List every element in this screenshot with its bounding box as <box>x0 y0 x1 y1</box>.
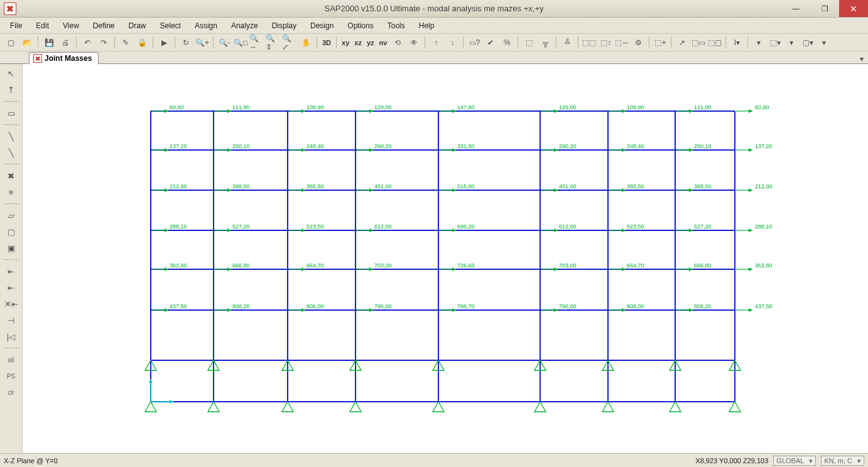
svg-text:451,00: 451,00 <box>559 183 577 190</box>
svg-text:703,00: 703,00 <box>559 262 577 269</box>
toolbar-button[interactable]: 🔍+ <box>195 36 210 50</box>
svg-marker-60 <box>749 109 752 113</box>
toolbar-button[interactable]: ╦ <box>538 36 553 50</box>
toolbar-button[interactable]: yz <box>365 36 376 50</box>
toolbar-button[interactable]: 🔍□ <box>233 36 248 50</box>
menu-analyze[interactable]: Analyze <box>225 19 264 32</box>
draw-tool-button[interactable]: ▢ <box>3 225 19 239</box>
status-plane: X-Z Plane @ Y=0 <box>4 457 58 464</box>
toolbar-button[interactable]: ▾ <box>751 36 766 50</box>
toolbar-button[interactable]: ╩ <box>560 36 575 50</box>
menu-file[interactable]: File <box>4 19 28 32</box>
toolbar-button[interactable]: ✋ <box>298 36 313 50</box>
draw-tool-button[interactable]: ╲ <box>3 146 19 159</box>
toolbar-button[interactable]: ✎ <box>118 36 133 50</box>
draw-tool-button[interactable]: ↖ <box>3 67 19 80</box>
draw-tool-button[interactable]: ⇤ <box>3 281 19 294</box>
draw-tool-button[interactable]: ▣ <box>3 241 19 255</box>
toolbar-button[interactable]: nv <box>377 36 389 50</box>
maximize-button[interactable]: ❐ <box>810 0 839 17</box>
toolbar-button[interactable]: 🔍⤢ <box>282 36 297 50</box>
toolbar-button[interactable]: ⬚▭ <box>691 36 706 50</box>
units-select[interactable]: KN, m, C <box>821 456 864 466</box>
svg-marker-45 <box>369 109 373 113</box>
draw-tool-button[interactable]: ⤒ <box>3 83 19 97</box>
toolbar-button[interactable]: 3D <box>320 36 333 50</box>
draw-tool-button[interactable]: ⊣ <box>3 313 19 327</box>
toolbar-button[interactable]: ✔ <box>483 36 498 50</box>
toolbar-button[interactable]: 📂 <box>19 36 35 50</box>
toolbar-button[interactable]: ⬚+ <box>653 36 668 50</box>
toolbar-separator <box>4 101 19 102</box>
toolbar-button[interactable]: ⬚ <box>521 36 536 50</box>
toolbar-button[interactable]: ⬚↕ <box>598 36 613 50</box>
toolbar-button[interactable]: 💾 <box>41 36 57 50</box>
svg-marker-200 <box>149 379 153 383</box>
coord-system-select[interactable]: GLOBAL <box>773 456 816 466</box>
model-viewport[interactable]: 60,90111,90109,90129,00147,80129,00109,9… <box>23 64 868 453</box>
toolbar-button[interactable]: ⟲ <box>390 36 405 50</box>
draw-tool-button[interactable]: ⇤ <box>3 264 19 278</box>
toolbar-button[interactable]: ↗ <box>675 36 690 50</box>
toolbar-separator <box>518 36 518 49</box>
toolbar-button[interactable]: ⬚⬚ <box>582 36 597 50</box>
toolbar-button[interactable]: xy <box>340 36 351 50</box>
toolbar-button[interactable]: ↻ <box>178 36 193 50</box>
toolbar-button[interactable]: 🔍⇕ <box>266 36 281 50</box>
draw-tool-PS[interactable]: PS <box>3 369 19 383</box>
toolbar-button[interactable]: ▾ <box>816 36 832 50</box>
menu-select[interactable]: Select <box>154 19 187 32</box>
toolbar-button[interactable]: ⬚↔ <box>614 36 629 50</box>
toolbar-button[interactable]: ▭? <box>467 36 482 50</box>
menu-view[interactable]: View <box>57 19 85 32</box>
toolbar-button[interactable]: ↶ <box>80 36 95 50</box>
draw-tool-clr[interactable]: clr <box>3 385 19 399</box>
menu-design[interactable]: Design <box>304 19 340 32</box>
toolbar-button[interactable]: I▾ <box>729 36 744 50</box>
toolbar-button[interactable]: 👁 <box>406 36 421 50</box>
menu-display[interactable]: Display <box>266 19 303 32</box>
toolbar-button[interactable]: ⚙ <box>631 36 646 50</box>
toolbar-button[interactable]: ↷ <box>96 36 111 50</box>
draw-tool-button[interactable]: ╲ <box>3 129 19 143</box>
draw-tool-button[interactable]: ✕⇤ <box>3 297 19 311</box>
toolbar-button[interactable]: 🖨 <box>58 36 73 50</box>
svg-marker-57 <box>689 109 693 113</box>
svg-marker-33 <box>670 402 681 412</box>
status-coords: X8,923 Y0,000 Z29,103 <box>695 457 768 464</box>
menu-options[interactable]: Options <box>341 19 379 32</box>
draw-tool-all[interactable]: all <box>3 353 19 367</box>
menu-draw[interactable]: Draw <box>122 19 153 32</box>
close-button[interactable]: ✕ <box>839 0 868 17</box>
toolbar-button[interactable]: ↓ <box>445 36 460 50</box>
toolbar-button[interactable]: ⬚▢ <box>707 36 722 50</box>
tab-joint-masses[interactable]: ✖ Joint Masses <box>29 52 99 64</box>
minimize-button[interactable]: — <box>781 0 810 17</box>
tab-dropdown-icon[interactable]: ▾ <box>855 55 868 63</box>
menu-assign[interactable]: Assign <box>188 19 224 32</box>
toolbar-button[interactable]: 🔍- <box>217 36 232 50</box>
toolbar-button[interactable]: 🔒 <box>134 36 149 50</box>
toolbar-button[interactable]: ▢▾ <box>800 36 815 50</box>
toolbar-button[interactable]: 🔍↔ <box>249 36 264 50</box>
menu-edit[interactable]: Edit <box>30 19 55 32</box>
toolbar-button[interactable]: ▶ <box>156 36 171 50</box>
draw-tool-button[interactable]: ≡ <box>3 185 19 199</box>
menu-tools[interactable]: Tools <box>381 19 411 32</box>
toolbar-button[interactable]: ⬚▾ <box>768 36 783 50</box>
menu-help[interactable]: Help <box>413 19 441 32</box>
menu-define[interactable]: Define <box>87 19 121 32</box>
draw-tool-button[interactable]: |◁ <box>3 330 19 343</box>
toolbar-button[interactable]: ▾ <box>784 36 799 50</box>
toolbar-separator <box>38 36 38 49</box>
toolbar-button[interactable]: xz <box>352 36 364 50</box>
toolbar-button[interactable]: ▢ <box>3 36 18 50</box>
draw-tool-button[interactable]: ▱ <box>3 208 19 222</box>
draw-tool-button[interactable]: ✖ <box>3 169 19 183</box>
toolbar-button[interactable]: % <box>499 36 514 50</box>
svg-text:437,50: 437,50 <box>170 303 187 309</box>
draw-tool-button[interactable]: ▭ <box>3 106 19 120</box>
toolbar-button[interactable]: ↑ <box>428 36 443 50</box>
svg-text:248,40: 248,40 <box>307 143 324 149</box>
toolbar-separator <box>213 36 214 49</box>
